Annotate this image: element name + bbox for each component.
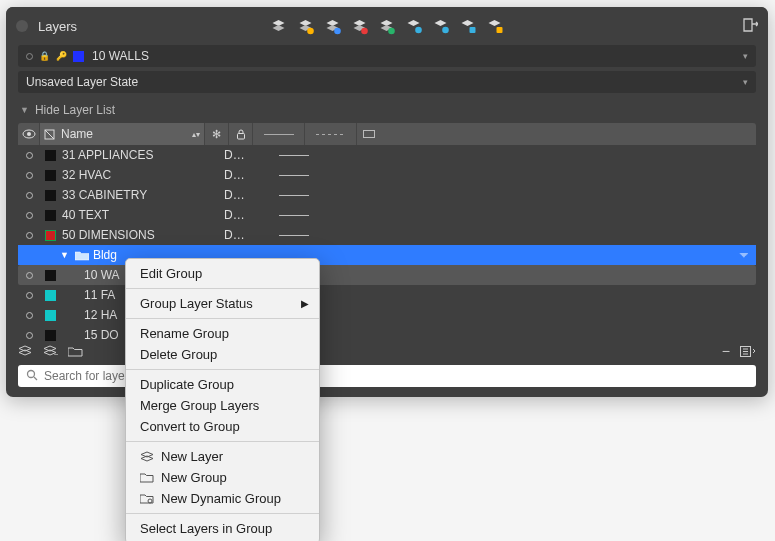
layer-state-selector[interactable]: Unsaved Layer State ▾ [18, 71, 756, 93]
footer-folder-icon[interactable] [68, 346, 83, 357]
layers-panel: Layers 🔒 🔑 10 WALLS ▾ Unsaved Layer Stat… [6, 7, 768, 397]
svg-rect-7 [497, 27, 503, 33]
column-headers: Name ▴▾ ✻ [18, 123, 756, 145]
svg-point-1 [334, 27, 341, 34]
svg-rect-11 [237, 133, 244, 139]
menu-new-dynamic-group[interactable]: New Dynamic Group [126, 488, 319, 509]
footer-layers-icon[interactable] [18, 345, 33, 357]
col-snowflake[interactable]: ✻ [205, 123, 229, 145]
key-mini-icon[interactable]: 🔑 [56, 51, 67, 61]
layer-row[interactable]: 50 DIMENSIONS D… [18, 225, 756, 245]
panel-title: Layers [38, 19, 77, 34]
col-extra[interactable] [357, 123, 381, 145]
menu-new-layer[interactable]: New Layer [126, 446, 319, 467]
collapse-all-icon[interactable]: − [722, 343, 730, 359]
footer-layers-minus-icon[interactable]: − [43, 345, 58, 357]
layers-add-icon[interactable] [298, 18, 315, 35]
layers-icon[interactable] [271, 18, 288, 35]
col-linetype1[interactable] [253, 123, 305, 145]
svg-point-5 [442, 26, 449, 33]
layer-row[interactable]: 32 HVAC D… [18, 165, 756, 185]
filter-icon[interactable]: ⏷ [738, 248, 750, 262]
menu-edit-group[interactable]: Edit Group [126, 263, 319, 284]
svg-point-3 [388, 27, 395, 34]
layers-dup-icon[interactable] [325, 18, 342, 35]
current-layer-name: 10 WALLS [92, 49, 149, 63]
layer-row[interactable]: 33 CABINETRY D… [18, 185, 756, 205]
layers-icon [140, 451, 154, 463]
folder-gear-icon [140, 493, 154, 505]
folder-open-icon [75, 250, 89, 261]
svg-point-4 [415, 26, 422, 33]
context-menu: Edit Group Group Layer Status▶ Rename Gr… [125, 258, 320, 541]
lock-mini-icon[interactable]: 🔒 [39, 51, 50, 61]
current-layer-selector[interactable]: 🔒 🔑 10 WALLS ▾ [18, 45, 756, 67]
menu-select-layers-in-group[interactable]: Select Layers in Group [126, 518, 319, 539]
col-visibility[interactable] [18, 123, 40, 145]
col-lock[interactable] [229, 123, 253, 145]
visibility-dot[interactable] [26, 53, 33, 60]
submenu-arrow-icon: ▶ [301, 298, 309, 309]
layers-lock-icon[interactable] [460, 18, 477, 35]
current-layer-swatch [73, 51, 84, 62]
hide-layer-list-label: Hide Layer List [35, 103, 115, 117]
layers-snow-icon[interactable] [406, 18, 423, 35]
hide-layer-list-toggle[interactable]: ▼ Hide Layer List [6, 97, 768, 123]
view-mode-icon[interactable] [740, 346, 756, 357]
sort-indicator-icon: ▴▾ [192, 130, 200, 139]
search-icon [26, 369, 38, 384]
col-name[interactable]: Name ▴▾ [40, 123, 205, 145]
svg-point-9 [27, 132, 31, 136]
menu-delete-group[interactable]: Delete Group [126, 344, 319, 365]
menu-group-layer-status[interactable]: Group Layer Status▶ [126, 293, 319, 314]
svg-rect-6 [470, 27, 476, 33]
triangle-down-icon[interactable]: ▼ [60, 250, 69, 260]
chevron-down-icon: ▾ [743, 51, 748, 61]
layer-row[interactable]: 31 APPLIANCES D… [18, 145, 756, 165]
menu-duplicate-group[interactable]: Duplicate Group [126, 374, 319, 395]
triangle-down-icon: ▼ [20, 105, 29, 115]
layers-filter-icon[interactable] [379, 18, 396, 35]
svg-point-2 [361, 27, 368, 34]
layers-folder-icon[interactable] [487, 18, 504, 35]
toolbar [271, 18, 504, 35]
svg-text:−: − [54, 350, 58, 357]
menu-new-group[interactable]: New Group [126, 467, 319, 488]
svg-point-0 [307, 27, 314, 34]
layer-state-label: Unsaved Layer State [26, 75, 138, 89]
col-linetype2[interactable] [305, 123, 357, 145]
svg-point-14 [28, 370, 35, 377]
folder-icon [140, 472, 154, 484]
pin-panel-icon[interactable] [742, 17, 758, 33]
titlebar: Layers [6, 7, 768, 45]
layers-del-icon[interactable] [352, 18, 369, 35]
svg-point-15 [148, 499, 152, 503]
menu-rename-group[interactable]: Rename Group [126, 323, 319, 344]
layer-row[interactable]: 40 TEXT D… [18, 205, 756, 225]
menu-merge-group-layers[interactable]: Merge Group Layers [126, 395, 319, 416]
col-name-label: Name [61, 127, 93, 141]
close-dot[interactable] [16, 20, 28, 32]
chevron-down-icon: ▾ [743, 77, 748, 87]
menu-convert-to-group[interactable]: Convert to Group [126, 416, 319, 437]
layers-key-icon[interactable] [433, 18, 450, 35]
